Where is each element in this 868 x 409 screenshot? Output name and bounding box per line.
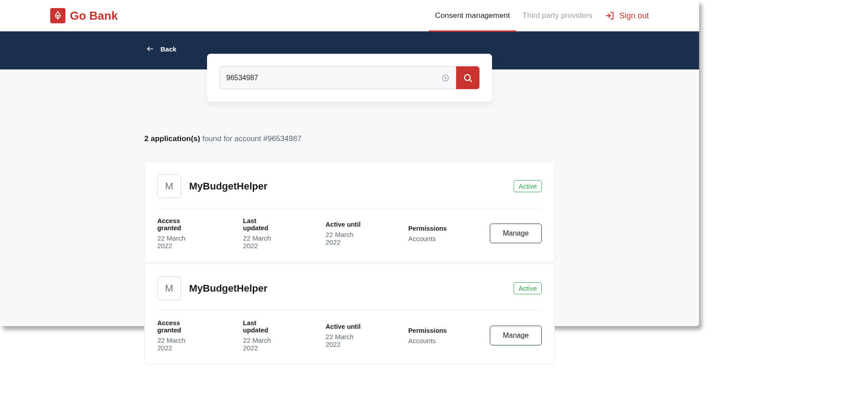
manage-button[interactable]: Manage [490,224,542,243]
detail-active-until: Active until 22 March 2022 [326,221,365,246]
back-label: Back [160,45,177,53]
results-summary: 2 application(s) found for account #9653… [144,134,555,143]
detail-value: 22 March 2022 [326,333,365,348]
app-card-header: M MyBudgetHelper Active [157,276,542,310]
search-card [207,54,492,102]
app-card-header: M MyBudgetHelper Active [157,174,542,208]
detail-permissions: Permissions Accounts [408,225,447,242]
search-input[interactable] [226,74,441,82]
detail-last-updated: Last updated 22 March 2022 [243,319,282,352]
brand-logo-icon [50,8,65,23]
back-button[interactable]: Back [146,45,177,53]
detail-label: Active until [326,221,365,228]
app-name: MyBudgetHelper [189,283,268,294]
status-badge: Active [514,180,542,192]
status-badge: Active [514,282,542,294]
detail-value: 22 March 2022 [243,234,282,250]
main-header: Go Bank Consent management Third party p… [0,0,699,31]
clear-search-icon[interactable] [441,74,449,82]
detail-label: Access granted [157,319,200,334]
detail-label: Access granted [157,217,200,232]
nav-third-party-providers[interactable]: Third party providers [523,0,592,31]
manage-button[interactable]: Manage [490,326,542,345]
detail-label: Permissions [408,327,447,334]
app-avatar: M [157,276,181,300]
brand-name: Go Bank [70,9,118,23]
app-card: M MyBudgetHelper Active Access granted 2… [144,161,555,263]
main-nav: Consent management Third party providers… [435,0,649,31]
detail-label: Active until [326,323,365,330]
app-name: MyBudgetHelper [189,181,268,192]
app-details-row: Access granted 22 March 2022 Last update… [157,217,542,250]
detail-value: 22 March 2022 [243,336,282,352]
detail-value: Accounts [408,235,447,242]
detail-active-until: Active until 22 March 2022 [326,323,365,348]
detail-value: 22 March 2022 [157,336,200,352]
arrow-left-icon [146,45,154,53]
app-avatar: M [157,174,181,198]
detail-label: Permissions [408,225,447,232]
svg-line-9 [470,79,472,82]
nav-consent-management[interactable]: Consent management [435,0,510,31]
app-details-row: Access granted 22 March 2022 Last update… [157,319,542,352]
content-area: 2 application(s) found for account #9653… [0,69,699,365]
detail-label: Last updated [243,319,282,334]
results-suffix: found for account #96534987 [200,134,302,143]
detail-value: 22 March 2022 [157,234,200,250]
detail-value: Accounts [408,337,447,344]
detail-access-granted: Access granted 22 March 2022 [157,217,200,250]
app-title-wrap: M MyBudgetHelper [157,276,268,300]
detail-last-updated: Last updated 22 March 2022 [243,217,282,250]
detail-permissions: Permissions Accounts [408,327,447,344]
app-title-wrap: M MyBudgetHelper [157,174,268,198]
sign-out-icon [605,11,615,21]
sign-out-label: Sign out [619,11,649,21]
search-input-wrap [220,66,456,89]
detail-access-granted: Access granted 22 March 2022 [157,319,200,352]
brand-logo[interactable]: Go Bank [50,8,118,23]
detail-label: Last updated [243,217,282,232]
detail-value: 22 March 2022 [326,231,365,246]
app-card: M MyBudgetHelper Active Access granted 2… [144,263,555,365]
results-count: 2 application(s) [144,134,200,143]
search-icon [463,73,473,83]
search-button[interactable] [456,66,479,89]
sign-out-button[interactable]: Sign out [605,11,649,21]
